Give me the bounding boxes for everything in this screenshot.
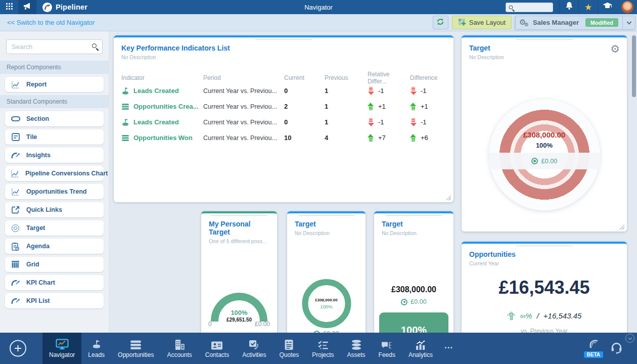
- nav-label: Projects: [312, 351, 334, 358]
- nav-item-feeds[interactable]: Feeds: [372, 333, 402, 364]
- sidebar-item-tile[interactable]: Tile: [5, 129, 104, 145]
- card-subtitle: One of 5 different poss...: [209, 238, 269, 244]
- speedometer-icon: [11, 298, 20, 304]
- global-search-input[interactable]: [515, 4, 551, 10]
- col-previous: Previous: [325, 74, 368, 81]
- kpi-row[interactable]: Opportunities Crea... Current Year vs. P…: [121, 99, 447, 114]
- sidebar-item-report[interactable]: Report: [5, 77, 104, 92]
- sidebar-item-grid[interactable]: Grid: [5, 257, 104, 272]
- kpi-table: Indicator Period Current Previous Relati…: [121, 71, 447, 146]
- modified-badge: Modified: [585, 18, 618, 27]
- refresh-button[interactable]: [433, 16, 448, 29]
- assets-icon: [351, 338, 361, 350]
- sidebar-item-kpi-chart[interactable]: KPI Chart: [5, 275, 104, 290]
- favorites-button[interactable]: ★: [578, 0, 598, 14]
- analytics-icon: [416, 338, 425, 350]
- kpi-relative: -1: [378, 87, 384, 95]
- sidebar-item-agenda[interactable]: Agenda: [5, 239, 104, 254]
- toolbar-actions: Save Layout ⚙⚙ Sales Manager Modified: [433, 16, 635, 30]
- sidebar-item-section[interactable]: Section: [5, 111, 104, 126]
- change-separator: /: [537, 311, 539, 320]
- target-bullseye-card: Target No Description ⚙ £308,000.00 100%…: [462, 35, 627, 232]
- refresh-icon: [436, 18, 444, 28]
- quick-add-button[interactable]: [10, 340, 26, 357]
- kpi-previous: 4: [325, 134, 368, 142]
- bullseye-icon: [531, 158, 538, 164]
- line-chart-icon: [11, 169, 19, 178]
- sidebar-item-target[interactable]: Target: [5, 220, 104, 236]
- collapse-nav-button[interactable]: [625, 334, 634, 343]
- nav-item-contacts[interactable]: Contacts: [199, 333, 236, 364]
- nav-label: Accounts: [167, 351, 192, 358]
- target-secondary: £0.00: [374, 298, 453, 305]
- gauge-percent: 100%: [216, 309, 262, 316]
- nav-item-analytics[interactable]: Analytics: [402, 333, 439, 364]
- resize-handle[interactable]: [446, 195, 451, 200]
- target-amount: £308,000.00: [315, 298, 338, 302]
- kpi-relative: -1: [378, 118, 384, 126]
- resize-handle[interactable]: [619, 224, 624, 230]
- kpi-indicator-label: Leads Created: [133, 87, 179, 95]
- gears-icon: ⚙⚙: [516, 16, 533, 29]
- kpi-previous: 1: [325, 103, 368, 110]
- nav-more-button[interactable]: ...: [439, 341, 458, 351]
- kpi-difference: +6: [421, 134, 428, 142]
- target-percent-bar: 100%: [379, 312, 448, 333]
- nav-item-quotes[interactable]: Quotes: [273, 333, 306, 364]
- sidebar-item-pipeline-conversions-chart[interactable]: Pipeline Conversions Chart: [5, 166, 104, 181]
- nav-label: Assets: [347, 351, 366, 358]
- topbar-actions: ★: [506, 0, 637, 14]
- training-button[interactable]: [598, 0, 617, 14]
- col-current: Current: [284, 74, 325, 81]
- profile-name: Sales Manager: [533, 19, 585, 26]
- nav-right-actions: BETA: [584, 333, 623, 364]
- components-sidebar: Report Components Report Standard Compon…: [0, 31, 109, 333]
- card-title: My Personal Target: [209, 220, 269, 236]
- nav-items: Navigator Leads Opportunities Accounts: [42, 333, 458, 364]
- save-layout-button[interactable]: Save Layout: [452, 16, 512, 29]
- kpi-row[interactable]: Opportunities Won Current Year vs. Previ…: [121, 130, 447, 146]
- kpi-relative: +7: [378, 134, 386, 142]
- megaphone-icon: [23, 3, 32, 12]
- sidebar-item-kpi-list[interactable]: KPI List: [5, 293, 104, 308]
- brand[interactable]: Pipeliner: [42, 3, 87, 12]
- card-subtitle: Current Year: [469, 260, 619, 266]
- kpi-current: 0: [284, 118, 325, 126]
- user-avatar[interactable]: [621, 1, 633, 13]
- nav-item-assets[interactable]: Assets: [341, 333, 372, 364]
- activities-icon: [249, 338, 259, 350]
- vertical-scrollbar[interactable]: [632, 35, 636, 97]
- app-launcher-button[interactable]: [0, 0, 18, 14]
- sidebar-item-quick-links[interactable]: Quick Links: [5, 202, 104, 217]
- nav-item-opportunities[interactable]: Opportunities: [111, 333, 160, 364]
- bullseye-icon: [11, 224, 20, 232]
- sidebar-search-input[interactable]: [6, 39, 103, 54]
- navigator-toolbar: << Switch to the old Navigator Save Layo…: [0, 14, 637, 31]
- kpi-row[interactable]: Leads Created Current Year vs. Previou..…: [121, 114, 447, 130]
- nav-item-navigator[interactable]: Navigator: [42, 333, 81, 364]
- kpi-period: Current Year vs. Previou...: [203, 119, 284, 126]
- nav-item-leads[interactable]: Leads: [81, 333, 111, 364]
- navigator-icon: [56, 338, 69, 350]
- nav-item-accounts[interactable]: Accounts: [160, 333, 198, 364]
- announcements-button[interactable]: [18, 0, 36, 14]
- target-bullseye-gauge: £308,000.00 100% £0.00: [489, 99, 600, 210]
- nav-item-activities[interactable]: Activities: [236, 333, 272, 364]
- kpi-row[interactable]: Leads Created Current Year vs. Previou..…: [121, 83, 447, 99]
- trend-arrow-icon: [368, 118, 374, 126]
- line-chart-icon: [11, 80, 20, 89]
- layout-profile-select[interactable]: ⚙⚙ Sales Manager Modified: [515, 16, 635, 30]
- switch-old-navigator-link[interactable]: << Switch to the old Navigator: [7, 19, 95, 26]
- global-search[interactable]: [506, 3, 553, 12]
- voice-assistant-button[interactable]: BETA: [584, 339, 603, 358]
- chevron-down-icon: [628, 336, 631, 339]
- profile-dropdown-button[interactable]: [622, 16, 635, 29]
- notifications-button[interactable]: [559, 0, 578, 14]
- top-bar: Pipeliner Navigator ★: [0, 0, 637, 14]
- gear-icon[interactable]: ⚙: [610, 43, 620, 54]
- sidebar-item-opportunities-trend[interactable]: Opportunities Trend: [5, 184, 104, 199]
- sidebar-item-insights[interactable]: Insights: [5, 148, 104, 163]
- card-subtitle: No Description: [469, 54, 619, 60]
- support-button[interactable]: [610, 341, 623, 356]
- nav-item-projects[interactable]: Projects: [305, 333, 340, 364]
